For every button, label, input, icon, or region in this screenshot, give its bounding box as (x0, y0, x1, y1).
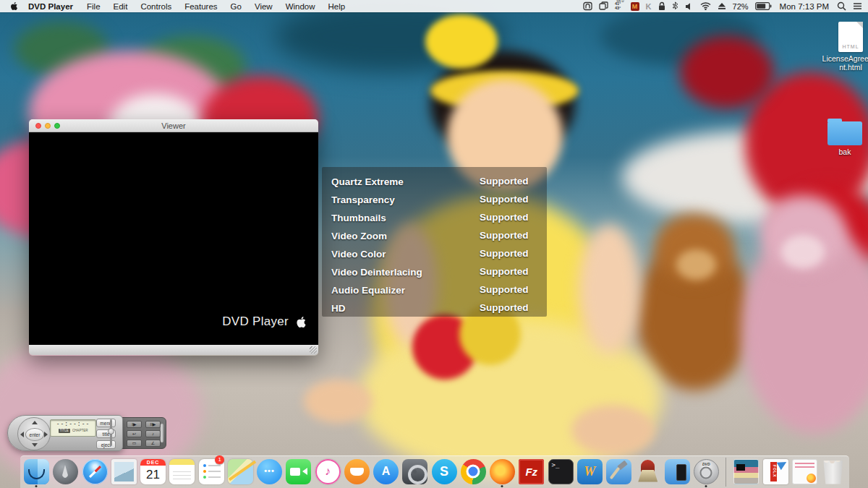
m-app-menu-icon[interactable]: M (631, 2, 639, 11)
appstore-icon: A (373, 459, 399, 484)
desktop-folder-bak[interactable]: bak (823, 121, 867, 156)
dock-item-terminal[interactable]: >_ (548, 458, 574, 487)
feature-row: ThumbnailsSupported (331, 208, 547, 226)
window-title: Viewer (161, 121, 185, 130)
dock-item-trash[interactable] (820, 458, 846, 487)
notification-badge: 1 (215, 455, 224, 464)
video-display-area[interactable]: DVD Player (29, 132, 318, 345)
calendar-month: DEC (140, 459, 166, 466)
eject-icon[interactable] (718, 2, 726, 10)
volume-slider[interactable] (110, 419, 112, 446)
dock-item-filezilla[interactable]: Fz (518, 458, 544, 487)
dock-item-sysprefs[interactable] (401, 458, 427, 487)
feature-row: Video ColorSupported (331, 244, 547, 262)
dock-item-reminders[interactable]: 1 (198, 458, 224, 487)
lock-icon[interactable] (658, 1, 665, 11)
dock-item-capsule[interactable] (634, 458, 660, 487)
dock-item-ibooks[interactable] (344, 458, 370, 487)
skype-glyph: S (432, 459, 457, 484)
feature-status: Supported (480, 172, 529, 190)
wifi-icon[interactable] (700, 2, 711, 10)
messages-glyph: ••• (257, 459, 282, 484)
menu-item-window[interactable]: Window (279, 2, 322, 11)
menu-item-view[interactable]: View (248, 2, 279, 11)
viewer-window[interactable]: Viewer DVD Player (29, 119, 318, 356)
dock-item-folx[interactable]: FOLX (762, 458, 788, 487)
screens-icon[interactable] (599, 1, 608, 11)
feature-row: Video ZoomSupported (331, 226, 547, 244)
dock-item-winphoto[interactable] (733, 458, 759, 487)
feature-row: TransparencySupported (331, 190, 547, 208)
arrow-down-button[interactable] (32, 443, 38, 447)
window-title-bar[interactable]: Viewer (29, 119, 318, 132)
window-manager-icon[interactable] (583, 1, 592, 11)
menu-clock[interactable]: Mon 7:13 PM (778, 2, 830, 11)
folx-ribbon-glyph: FOLX (770, 462, 777, 481)
dock-item-simulator[interactable] (664, 458, 690, 487)
apple-menu[interactable] (0, 1, 27, 11)
feature-label: Video Zoom (331, 231, 387, 241)
trash-icon (822, 459, 843, 484)
notification-center-icon[interactable] (853, 2, 862, 10)
audio-stream-button[interactable]: ♪ (145, 430, 161, 437)
active-app-menu[interactable]: DVD Player (27, 2, 80, 11)
weather-widget[interactable]: 41° 43° x8.0 (615, 2, 624, 10)
menu-item-features[interactable]: Features (178, 2, 224, 11)
menu-button[interactable]: menu (96, 419, 116, 427)
dock-item-safari[interactable] (82, 458, 108, 487)
subtitle-button[interactable]: ▭ (127, 440, 142, 447)
capabilities-overlay: Quartz ExtremeSupportedTransparencySuppo… (322, 167, 547, 317)
slow-motion-button[interactable]: I▶ (127, 421, 142, 428)
dock-item-maps[interactable] (227, 458, 253, 487)
dock-item-messages[interactable]: ••• (256, 458, 282, 487)
menu-item-edit[interactable]: Edit (107, 2, 135, 11)
feature-label: Quartz Extreme (331, 176, 404, 187)
terminal-prompt-glyph: >_ (552, 461, 560, 468)
dock-item-itunes[interactable]: ♪ (315, 458, 341, 487)
zoom-button[interactable] (54, 123, 60, 129)
arrow-right-button[interactable] (44, 432, 48, 437)
menu-item-controls[interactable]: Controls (134, 2, 178, 11)
drawer-handle[interactable] (161, 424, 163, 442)
dock-item-skype[interactable]: S (431, 458, 457, 487)
dock-item-winff[interactable] (791, 458, 817, 487)
menu-item-help[interactable]: Help (322, 2, 352, 11)
eject-button[interactable]: eject (96, 440, 116, 449)
feature-label: Thumbnails (331, 213, 386, 223)
k-app-menu-icon[interactable]: K (646, 2, 652, 11)
dvd-controller[interactable]: ∠▭♪↩II▶I▶ enter --:--:-- TITLE CHAPTER m… (7, 415, 168, 451)
dock-item-chrome[interactable] (460, 458, 486, 487)
angle-button[interactable]: ∠ (145, 440, 161, 447)
spotlight-icon[interactable] (837, 1, 846, 11)
dock-item-appstore[interactable]: A (373, 458, 399, 487)
controller-body: enter --:--:-- TITLE CHAPTER menutitleej… (7, 415, 123, 451)
frame-step-button[interactable]: II▶ (145, 421, 161, 428)
dock-item-dvdplayer[interactable]: DVD (693, 458, 719, 487)
desktop-file-license-agreement[interactable]: HTML LicenseAgreement.html (829, 22, 868, 72)
arrow-up-button[interactable] (32, 421, 38, 424)
volume-icon[interactable] (685, 2, 694, 11)
arrow-left-button[interactable] (20, 432, 24, 437)
dock-item-wunderlist[interactable]: W (576, 458, 603, 487)
dock-item-calendar[interactable]: DEC21 (140, 458, 166, 487)
navigation-dpad[interactable]: enter (17, 417, 51, 450)
dock-item-firefox[interactable] (489, 458, 515, 487)
dock-item-finder[interactable] (23, 458, 49, 487)
close-button[interactable] (35, 123, 41, 129)
menu-item-go[interactable]: Go (224, 2, 248, 11)
resize-grip[interactable] (310, 346, 317, 354)
dock-item-facetime[interactable] (285, 458, 311, 487)
minimize-button[interactable] (45, 123, 51, 129)
enter-button[interactable]: enter (25, 428, 44, 441)
feature-status: Supported (480, 281, 529, 299)
dock-item-launchpad[interactable] (52, 458, 78, 487)
appstore-glyph: A (373, 459, 399, 484)
maps-icon (228, 459, 253, 484)
dock-item-notes[interactable] (169, 458, 195, 487)
volume-slider-knob[interactable] (108, 428, 114, 435)
bluetooth-icon[interactable] (672, 1, 678, 11)
dock-item-xcode[interactable] (605, 458, 631, 487)
return-button[interactable]: ↩ (127, 430, 142, 437)
menu-item-file[interactable]: File (80, 2, 107, 11)
dock-item-mail[interactable] (111, 458, 137, 487)
